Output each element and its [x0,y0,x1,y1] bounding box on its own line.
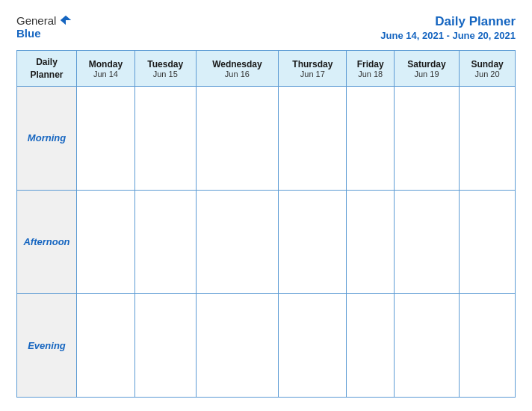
cell-evening-saturday[interactable] [394,294,459,398]
cell-evening-wednesday[interactable] [196,294,279,398]
cell-afternoon-monday[interactable] [77,190,135,294]
col-header-monday: Monday Jun 14 [77,51,135,87]
svg-marker-0 [61,16,71,25]
planner-title: Daily Planner [380,13,516,30]
cell-afternoon-saturday[interactable] [394,190,459,294]
cell-evening-thursday[interactable] [279,294,347,398]
cell-morning-thursday[interactable] [279,87,347,191]
cell-evening-monday[interactable] [77,294,135,398]
logo-general: General [16,14,56,27]
col-header-friday: Friday Jun 18 [347,51,394,87]
cell-afternoon-thursday[interactable] [279,190,347,294]
cell-morning-monday[interactable] [77,87,135,191]
col-header-thursday: Thursday Jun 17 [279,51,347,87]
cell-afternoon-friday[interactable] [347,190,394,294]
cell-afternoon-tuesday[interactable] [134,190,196,294]
cell-afternoon-sunday[interactable] [460,190,516,294]
cell-evening-friday[interactable] [347,294,394,398]
cell-afternoon-wednesday[interactable] [196,190,279,294]
logo-text: General [16,13,72,27]
calendar-table: Daily Planner Monday Jun 14 Tuesday Jun … [16,50,516,398]
cell-morning-sunday[interactable] [460,87,516,191]
title-area: Daily Planner June 14, 2021 - June 20, 2… [380,13,516,41]
header: General Blue Daily Planner June 14, 2021… [16,13,516,41]
header-row: Daily Planner Monday Jun 14 Tuesday Jun … [17,51,516,87]
page: General Blue Daily Planner June 14, 2021… [0,0,532,411]
row-evening: Evening [17,294,516,398]
cell-morning-wednesday[interactable] [196,87,279,191]
cell-evening-sunday[interactable] [460,294,516,398]
logo-area: General Blue [16,13,72,40]
col-header-saturday: Saturday Jun 19 [394,51,459,87]
planner-date-range: June 14, 2021 - June 20, 2021 [380,30,516,41]
cell-morning-saturday[interactable] [394,87,459,191]
table-corner-header: Daily Planner [17,51,77,87]
cell-morning-tuesday[interactable] [134,87,196,191]
corner-label: Daily Planner [30,57,63,80]
col-header-wednesday: Wednesday Jun 16 [196,51,279,87]
row-morning: Morning [17,87,516,191]
row-label-afternoon: Afternoon [17,190,77,294]
cell-morning-friday[interactable] [347,87,394,191]
col-header-sunday: Sunday Jun 20 [460,51,516,87]
row-afternoon: Afternoon [17,190,516,294]
row-label-morning: Morning [17,87,77,191]
cell-evening-tuesday[interactable] [134,294,196,398]
row-label-evening: Evening [17,294,77,398]
logo-bird-icon [59,13,72,27]
logo-blue: Blue [16,27,41,40]
col-header-tuesday: Tuesday Jun 15 [134,51,196,87]
